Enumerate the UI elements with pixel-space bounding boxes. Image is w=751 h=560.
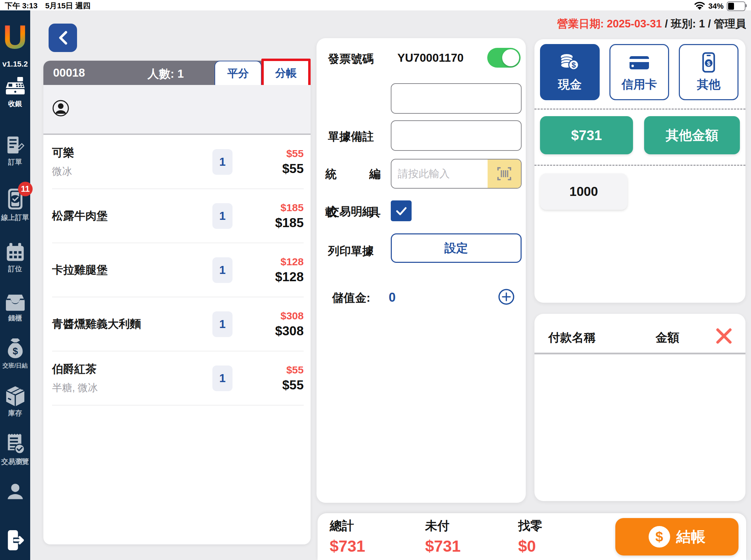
- other-amount-button[interactable]: 其他金額: [644, 116, 740, 154]
- sidebar-item-label: 線上訂單: [0, 214, 30, 221]
- tab-split-bill[interactable]: 分帳: [261, 59, 311, 88]
- shift-admin: / 班別: 1 / 管理員: [662, 18, 746, 30]
- add-stored-value-button[interactable]: [498, 288, 515, 305]
- unpaid-label: 未付: [425, 518, 461, 534]
- divider: [534, 109, 745, 110]
- item-price: $185: [243, 202, 304, 214]
- order-receipt-icon: [5, 135, 26, 156]
- item-qty: 1: [212, 365, 233, 391]
- totals-bar: 總計 $731 未付 $731 找零 $0 $ 結帳: [318, 513, 746, 560]
- order-item-list: 可樂 微冰 1 $55 $55 松露牛肉堡 1 $185 $185 卡拉雞腿堡: [43, 135, 311, 405]
- note-input[interactable]: [391, 84, 521, 113]
- back-button[interactable]: [49, 24, 77, 52]
- sidebar-item-orders[interactable]: 訂單: [0, 135, 30, 166]
- item-qty: 1: [212, 257, 233, 283]
- invoice-toggle[interactable]: [487, 48, 521, 68]
- dollar-circle-icon: $: [649, 526, 670, 548]
- payment-method-cash[interactable]: $ 現金: [540, 44, 600, 100]
- item-price: $55: [243, 148, 304, 160]
- transaction-detail-checkbox[interactable]: [391, 200, 412, 221]
- total-label: 總計: [330, 518, 365, 534]
- item-name: 伯爵紅茶: [52, 362, 212, 377]
- unpaid-value: $731: [425, 537, 461, 555]
- app-version: v1.15.2: [0, 60, 30, 69]
- order-panel: 00018 人數: 1 平分 分帳 可樂 微冰 1 $55 $55 松露牛肉堡: [43, 61, 311, 544]
- payment-method-credit-card[interactable]: 信用卡: [609, 44, 669, 100]
- stored-value-label: 儲值金:: [332, 290, 370, 306]
- sidebar-item-cashier[interactable]: 收銀: [0, 76, 30, 107]
- barcode-scan-button[interactable]: [488, 160, 521, 188]
- clear-payments-button[interactable]: [715, 327, 733, 345]
- transaction-review-icon: [5, 433, 26, 456]
- note-label: 單據備註: [328, 129, 374, 145]
- guest-avatar-icon: [52, 100, 69, 117]
- item-name: 松露牛肉堡: [52, 208, 212, 224]
- item-subtotal: $128: [243, 270, 304, 284]
- print-settings-button[interactable]: 設定: [391, 233, 522, 263]
- logout-icon: [5, 529, 26, 552]
- sidebar-item-transaction-review[interactable]: 交易瀏覽: [0, 433, 30, 465]
- sidebar-item-label: 交易瀏覽: [0, 458, 30, 465]
- invoice-number-label: 發票號碼: [328, 51, 374, 67]
- cash-register-icon: [5, 76, 26, 98]
- payment-list-header: 付款名稱 金額: [534, 324, 745, 348]
- order-header: 00018 人數: 1 平分 分帳: [43, 61, 311, 85]
- tax-id-input[interactable]: [391, 121, 521, 150]
- order-item-row[interactable]: 青醬燻雞義大利麵 1 $308 $308: [52, 297, 304, 351]
- item-subtotal: $55: [243, 162, 304, 176]
- cash-icon: $: [559, 52, 581, 74]
- item-subtotal: $185: [243, 216, 304, 230]
- sidebar-item-cash-drawer[interactable]: 錢櫃: [0, 292, 30, 322]
- total-value: $731: [330, 537, 365, 555]
- battery-icon: [727, 1, 745, 11]
- sidebar-item-inventory[interactable]: 庫存: [0, 386, 30, 417]
- sidebar-item-reservations[interactable]: 訂位: [0, 242, 30, 273]
- svg-text:$: $: [12, 346, 18, 356]
- change-label: 找零: [518, 518, 542, 534]
- check-icon: [394, 204, 408, 218]
- item-name: 可樂: [52, 145, 212, 161]
- checkout-label: 結帳: [676, 527, 706, 546]
- money-bag-icon: $: [5, 337, 26, 360]
- sidebar-item-shift-close[interactable]: $ 交班/日結: [0, 337, 30, 370]
- svg-text:$: $: [707, 60, 710, 67]
- user-icon: [5, 481, 25, 501]
- item-qty: 1: [212, 203, 233, 229]
- sidebar-item-label: 錢櫃: [0, 314, 30, 322]
- item-modifier: 半糖, 微冰: [52, 381, 212, 395]
- calendar-icon: [5, 242, 26, 263]
- item-subtotal: $308: [243, 324, 304, 338]
- carrier-input-box: [391, 159, 522, 189]
- logout-button[interactable]: [0, 529, 30, 552]
- transaction-detail-label: 交易明細: [328, 204, 374, 219]
- status-bar: 下午 3:13 5月15日 週四 34%: [0, 0, 751, 10]
- order-item-row[interactable]: 卡拉雞腿堡 1 $128 $128: [52, 243, 304, 297]
- sidebar-item-online-orders[interactable]: 11 線上訂單: [0, 187, 30, 221]
- carrier-input[interactable]: [391, 160, 488, 188]
- payment-method-label: 信用卡: [622, 77, 657, 93]
- checkout-button[interactable]: $ 結帳: [615, 518, 739, 555]
- inventory-box-icon: [5, 386, 26, 407]
- order-item-row[interactable]: 可樂 微冰 1 $55 $55: [52, 135, 304, 189]
- payment-method-label: 現金: [558, 77, 582, 93]
- guest-selector-strip[interactable]: [43, 85, 311, 135]
- order-item-row[interactable]: 松露牛肉堡 1 $185 $185: [52, 189, 304, 243]
- tab-split-even[interactable]: 平分: [214, 61, 262, 86]
- item-price: $128: [243, 256, 304, 268]
- exact-amount-button[interactable]: $731: [540, 116, 633, 154]
- online-orders-badge: 11: [18, 182, 33, 196]
- mobile-pay-icon: $: [698, 52, 720, 74]
- item-qty: 1: [212, 149, 233, 175]
- payment-method-other[interactable]: $ 其他: [679, 44, 739, 100]
- change-value: $0: [518, 537, 542, 555]
- battery-percent: 34%: [708, 2, 724, 11]
- sidebar-item-profile[interactable]: [0, 481, 30, 501]
- people-count: 人數: 1: [147, 66, 184, 82]
- denomination-1000-button[interactable]: 1000: [540, 173, 627, 210]
- order-number: 00018: [53, 66, 85, 79]
- item-modifier: 微冰: [52, 165, 212, 179]
- payment-list-panel: 付款名稱 金額: [534, 314, 745, 501]
- invoice-number: YU70001170: [397, 51, 464, 64]
- item-name: 卡拉雞腿堡: [52, 262, 212, 278]
- order-item-row[interactable]: 伯爵紅茶 半糖, 微冰 1 $55 $55: [52, 351, 304, 405]
